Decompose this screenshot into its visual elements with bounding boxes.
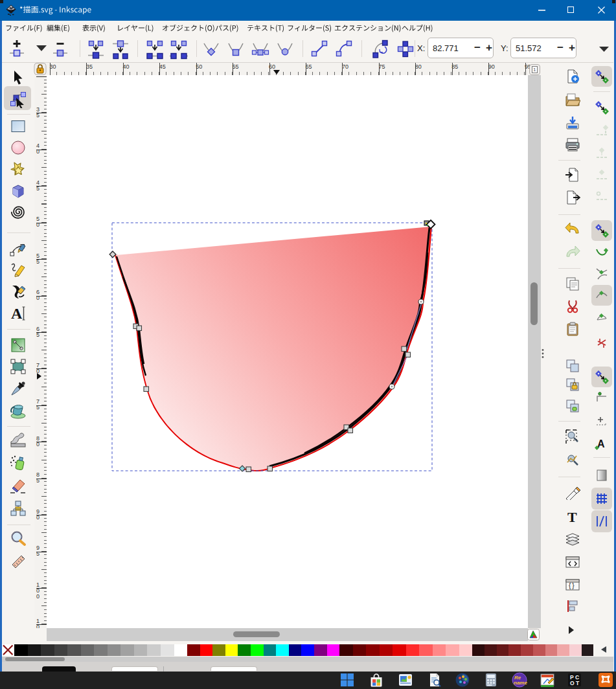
svg-text:1: 1 (533, 67, 536, 73)
svg-text:{ }: { } (569, 582, 575, 589)
svg-text:A: A (11, 305, 23, 322)
svg-text:name: name (514, 680, 527, 686)
svg-text:T: T (567, 509, 577, 525)
svg-text:O T: O T (570, 680, 580, 686)
